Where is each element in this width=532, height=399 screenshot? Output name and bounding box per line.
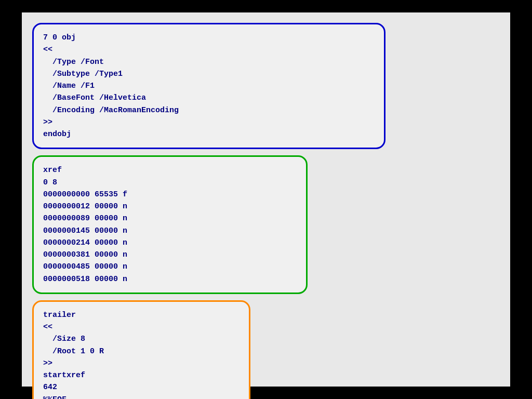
blue-line-8: >> — [43, 116, 375, 128]
blue-line-1: 7 0 obj — [43, 32, 375, 44]
orange-line-4: /Root 1 0 R — [43, 345, 240, 357]
orange-line-5: >> — [43, 357, 240, 369]
orange-line-1: trailer — [43, 309, 240, 321]
green-code-box: xref 0 8 0000000000 65535 f 0000000012 0… — [32, 155, 308, 294]
orange-line-3: /Size 8 — [43, 333, 240, 345]
green-line-10: 0000000518 00000 n — [43, 273, 297, 285]
green-line-2: 0 8 — [43, 177, 297, 189]
orange-line-6: startxref — [43, 369, 240, 381]
orange-line-7: 642 — [43, 381, 240, 393]
main-container: 7 0 obj << /Type /Font /Subtype /Type1 /… — [22, 12, 510, 387]
blue-line-7: /Encoding /MacRomanEncoding — [43, 104, 375, 116]
blue-line-5: /Name /F1 — [43, 80, 375, 92]
blue-code-box: 7 0 obj << /Type /Font /Subtype /Type1 /… — [32, 23, 385, 149]
blue-line-4: /Subtype /Type1 — [43, 68, 375, 80]
orange-section: trailer << /Size 8 /Root 1 0 R >> startx… — [32, 300, 500, 399]
blue-line-6: /BaseFont /Helvetica — [43, 92, 375, 104]
blue-line-3: /Type /Font — [43, 56, 375, 68]
orange-code-box: trailer << /Size 8 /Root 1 0 R >> startx… — [32, 300, 250, 399]
green-line-8: 0000000381 00000 n — [43, 249, 297, 261]
orange-line-2: << — [43, 321, 240, 333]
green-line-4: 0000000012 00000 n — [43, 201, 297, 212]
blue-line-9: endobj — [43, 128, 375, 140]
green-line-7: 0000000214 00000 n — [43, 237, 297, 249]
green-line-5: 0000000089 00000 n — [43, 212, 297, 224]
green-line-9: 0000000485 00000 n — [43, 261, 297, 273]
green-line-3: 0000000000 65535 f — [43, 189, 297, 201]
orange-line-8: %%EOF — [43, 394, 240, 400]
green-line-1: xref — [43, 164, 297, 176]
green-line-6: 0000000145 00000 n — [43, 225, 297, 237]
green-section: xref 0 8 0000000000 65535 f 0000000012 0… — [32, 155, 500, 294]
blue-line-2: << — [43, 44, 375, 56]
